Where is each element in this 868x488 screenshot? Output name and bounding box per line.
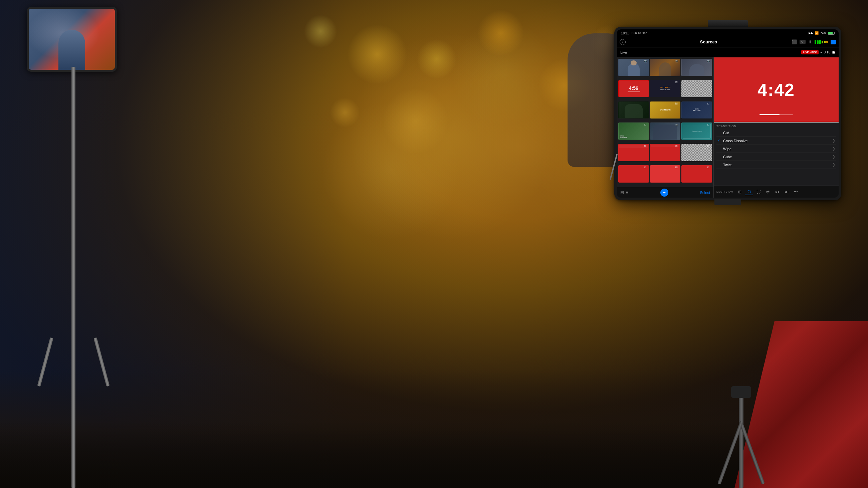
source-thumb-18[interactable]: 🖼 xyxy=(681,165,712,183)
level-bar-2 xyxy=(817,40,818,44)
face xyxy=(631,60,637,65)
live-header: Live LIVE • REC ● 0:16 xyxy=(617,47,839,57)
source-thumb-9[interactable]: MEN'SBIBLE STUDY 🖼 xyxy=(681,101,712,119)
recording-dot xyxy=(832,51,835,54)
chevron-twist: ❯ xyxy=(832,163,835,167)
cam-icon-16: 🖼 xyxy=(644,166,648,169)
battery-bar xyxy=(828,32,835,35)
transition-section: TRANSITION Cut ✓ Cross Dissolve xyxy=(714,123,839,186)
mv-more-icon[interactable]: ••• xyxy=(792,189,800,195)
tablet-mount-top xyxy=(708,20,748,27)
tablet-header: i Sources ⬛ AF ⬆ xyxy=(617,37,839,47)
status-right: ▶▶ 📶 74% xyxy=(809,31,835,35)
transition-left-cut: Cut xyxy=(717,131,729,135)
transition-left-twist: Twist xyxy=(717,163,732,167)
source-thumb-3[interactable]: 📷 xyxy=(681,59,712,76)
stream-button[interactable] xyxy=(831,40,836,44)
sources-grid: 📷 📷 📷 4:56 xyxy=(617,57,713,187)
transition-cross-dissolve[interactable]: ✓ Cross Dissolve ❯ xyxy=(716,137,836,145)
cam-icon-3: 📷 xyxy=(707,60,711,62)
source-thumb-13[interactable]: 🖼 xyxy=(618,144,649,161)
view-icons: ⊞ ≡ xyxy=(620,190,629,195)
chevron-wipe: ❯ xyxy=(832,147,835,151)
level-bar-6 xyxy=(826,41,828,43)
level-bar-4 xyxy=(822,41,823,43)
live-timer: 0:16 xyxy=(824,51,830,54)
phone-screen xyxy=(29,9,115,70)
af-badge[interactable]: AF xyxy=(800,40,806,44)
mv-skip-forward-icon[interactable]: ⏭ xyxy=(782,189,790,195)
source-thumb-8[interactable]: Grand Events 🖼 xyxy=(650,101,681,119)
cam-icon-9: 🖼 xyxy=(707,102,711,105)
source-thumb-2[interactable]: 📷 xyxy=(650,59,681,76)
transition-name-wipe: Wipe xyxy=(723,147,732,151)
tripod-right-pole xyxy=(739,394,743,488)
cam-icon-17: 🖼 xyxy=(675,166,679,169)
status-time: 10:10 xyxy=(621,31,630,35)
grid-icon[interactable]: ⊞ xyxy=(620,190,624,195)
share-icon[interactable]: ⬆ xyxy=(808,39,812,44)
source-thumb-17[interactable]: 🖼 xyxy=(650,165,681,183)
source-thumb-16[interactable]: 🖼 xyxy=(618,165,649,183)
multiview-bar: MULTI-VIEW ⊞ ⬡ ⛶ ⇄ ⏮ ⏭ ••• xyxy=(714,186,839,198)
preview-timer: 4:42 xyxy=(757,80,795,100)
transition-cube[interactable]: Cube ❯ xyxy=(716,153,836,161)
right-panel: 4:42 TRANSITION Cut xyxy=(714,57,839,198)
source-thumb-1[interactable]: 📷 xyxy=(618,59,649,76)
header-title: Sources xyxy=(700,39,717,44)
add-source-button[interactable]: + xyxy=(660,189,669,197)
camera-icon[interactable]: ⬛ xyxy=(792,39,797,44)
sources-panel: 📷 📷 📷 4:56 xyxy=(617,57,714,198)
sources-bottom-bar: ⊞ ≡ + Select xyxy=(617,187,713,198)
cam-icon-2: 📷 xyxy=(675,60,679,62)
cam-icon-13: 🖼 xyxy=(644,145,648,148)
cam-icon-18: 🖼 xyxy=(707,166,711,169)
mv-skip-back-icon[interactable]: ⏮ xyxy=(773,189,781,195)
mv-link-icon[interactable]: ⬡ xyxy=(745,189,753,195)
status-date: Sun 13 Dec xyxy=(632,31,647,35)
tablet-main: 📷 📷 📷 4:56 xyxy=(617,57,839,198)
transition-cut[interactable]: Cut xyxy=(716,129,836,137)
transition-wipe[interactable]: Wipe ❯ xyxy=(716,145,836,153)
left-tripod-area xyxy=(10,0,137,488)
tablet-mount-bottom xyxy=(714,199,741,205)
header-left: i xyxy=(620,39,626,45)
source-thumb-15[interactable]: 🖼 xyxy=(681,144,712,161)
source-thumb-7[interactable] xyxy=(618,101,649,119)
live-controls: LIVE • REC ● 0:16 xyxy=(801,50,835,55)
tablet-device: 10:10 Sun 13 Dec ▶▶ 📶 74% i Sources xyxy=(614,27,841,200)
list-icon[interactable]: ≡ xyxy=(626,190,629,195)
source-thumb-11[interactable]: 📷 xyxy=(650,123,681,140)
source-thumb-4[interactable]: 4:56 xyxy=(618,80,649,97)
tablet-container: 10:10 Sun 13 Dec ▶▶ 📶 74% i Sources xyxy=(614,27,841,200)
transition-name-cross: Cross Dissolve xyxy=(723,139,747,143)
source-thumb-6[interactable] xyxy=(681,80,712,97)
source-thumb-10[interactable]: VIRTUALYOUTH GROUP 🖼 xyxy=(618,123,649,140)
person-on-phone xyxy=(58,30,85,70)
wifi-icon: ▶▶ xyxy=(809,31,813,35)
cam-icon-11: 📷 xyxy=(675,124,679,126)
level-bar-5 xyxy=(824,41,826,43)
source-thumb-14[interactable]: 🖼 xyxy=(650,144,681,161)
select-button[interactable]: Select xyxy=(700,191,710,195)
source-thumb-12[interactable]: Lorem ipsum 🖼 xyxy=(681,123,712,140)
transition-name-cube: Cube xyxy=(723,155,732,159)
tripod-base-left xyxy=(43,375,103,388)
mv-grid-icon[interactable]: ⊞ xyxy=(736,189,744,195)
transition-left-cube: Cube xyxy=(717,155,732,159)
check-cross: ✓ xyxy=(717,138,721,143)
check-wipe xyxy=(717,147,721,151)
status-left: 10:10 Sun 13 Dec xyxy=(621,31,647,35)
source-thumb-5[interactable]: SIN DOMINGO SERMON TITLE 🖼 xyxy=(650,80,681,97)
info-icon[interactable]: i xyxy=(620,39,626,45)
check-cube xyxy=(717,155,721,159)
transition-twist[interactable]: Twist ❯ xyxy=(716,161,836,169)
preview-progress-bar xyxy=(760,114,793,115)
battery-percent: 74% xyxy=(820,31,826,35)
level-bars xyxy=(814,40,828,44)
chevron-cross: ❯ xyxy=(832,138,835,143)
mv-swap-icon[interactable]: ⇄ xyxy=(764,189,772,195)
live-badge: LIVE • REC xyxy=(801,50,818,55)
mv-fullscreen-icon[interactable]: ⛶ xyxy=(754,189,763,195)
level-bar-3 xyxy=(819,40,821,44)
